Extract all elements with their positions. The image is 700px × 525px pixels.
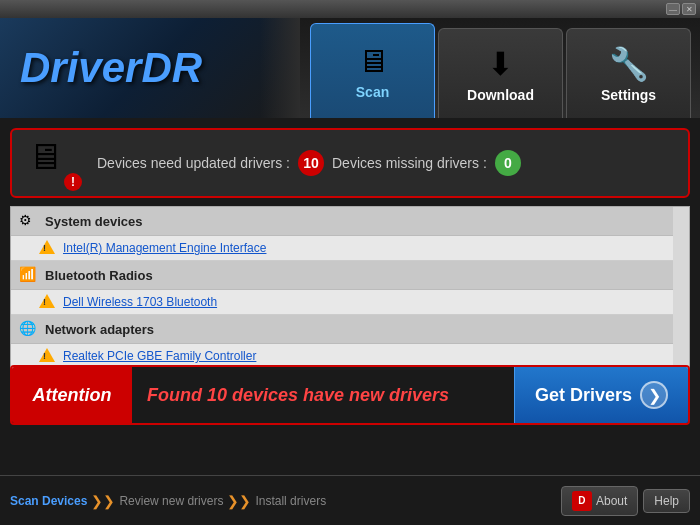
breadcrumb-step2[interactable]: Review new drivers [119, 494, 223, 508]
updated-label: Devices need updated drivers : [97, 155, 290, 171]
header: DriverDR 🖥 Scan ⬇ Download 🔧 Settings [0, 18, 700, 118]
attention-label: Attention [12, 367, 132, 423]
status-icon-area: 🖥 ! [27, 136, 82, 191]
breadcrumb-arrow1: ❯❯ [91, 493, 115, 509]
footer-logo-icon: D [572, 491, 592, 511]
network-label: Network adapters [45, 322, 154, 337]
list-item[interactable]: Intel(R) Management Engine Interface [11, 236, 673, 261]
breadcrumb-arrow2: ❯❯ [227, 493, 251, 509]
help-button[interactable]: Help [643, 489, 690, 513]
warning-icon [39, 348, 55, 364]
tab-settings-label: Settings [601, 87, 656, 103]
title-bar: — ✕ [0, 0, 700, 18]
close-button[interactable]: ✕ [682, 3, 696, 15]
bluetooth-icon: 📶 [19, 266, 37, 284]
help-label: Help [654, 494, 679, 508]
logo-accent: DR [141, 44, 202, 91]
logo-area: DriverDR [0, 18, 300, 118]
footer-right: D About Help [561, 486, 690, 516]
network-icon: 🌐 [19, 320, 37, 338]
system-label: System devices [45, 214, 143, 229]
attention-message: Found 10 devices have new drivers [132, 367, 514, 423]
scan-icon: 🖥 [357, 43, 389, 80]
breadcrumb-step3[interactable]: Install drivers [255, 494, 326, 508]
logo: DriverDR [20, 44, 202, 92]
status-bar: 🖥 ! Devices need updated drivers : 10 De… [10, 128, 690, 198]
system-icon: ⚙ [19, 212, 37, 230]
get-drivers-label: Get Drivers [535, 385, 632, 406]
about-label: About [596, 494, 627, 508]
category-network: 🌐 Network adapters [11, 315, 673, 344]
download-icon: ⬇ [487, 45, 514, 83]
attention-bar: Attention Found 10 devices have new driv… [10, 365, 690, 425]
footer: Scan Devices ❯❯ Review new drivers ❯❯ In… [0, 475, 700, 525]
status-text: Devices need updated drivers : 10 Device… [97, 150, 521, 176]
get-drivers-button[interactable]: Get Drivers ❯ [514, 367, 688, 423]
about-button[interactable]: D About [561, 486, 638, 516]
alert-badge: ! [64, 173, 82, 191]
minimize-button[interactable]: — [666, 3, 680, 15]
device-name[interactable]: Realtek PCIe GBE Family Controller [63, 349, 256, 363]
category-system: ⚙ System devices [11, 207, 673, 236]
logo-main: Driver [20, 44, 141, 91]
list-item[interactable]: Dell Wireless 1703 Bluetooth [11, 290, 673, 315]
monitor-icon: 🖥 [27, 136, 82, 178]
settings-icon: 🔧 [609, 45, 649, 83]
breadcrumb: Scan Devices ❯❯ Review new drivers ❯❯ In… [10, 493, 326, 509]
updated-count-badge: 10 [298, 150, 324, 176]
breadcrumb-step1[interactable]: Scan Devices [10, 494, 87, 508]
tab-scan[interactable]: 🖥 Scan [310, 23, 435, 118]
device-name[interactable]: Dell Wireless 1703 Bluetooth [63, 295, 217, 309]
category-bluetooth: 📶 Bluetooth Radios [11, 261, 673, 290]
warning-icon [39, 240, 55, 256]
device-name[interactable]: Intel(R) Management Engine Interface [63, 241, 266, 255]
tab-download-label: Download [467, 87, 534, 103]
tab-scan-label: Scan [356, 84, 389, 100]
arrow-icon: ❯ [640, 381, 668, 409]
main-content: 🖥 ! Devices need updated drivers : 10 De… [0, 118, 700, 475]
nav-tabs: 🖥 Scan ⬇ Download 🔧 Settings [310, 18, 694, 118]
warning-icon [39, 294, 55, 310]
missing-count-badge: 0 [495, 150, 521, 176]
missing-label: Devices missing drivers : [332, 155, 487, 171]
tab-settings[interactable]: 🔧 Settings [566, 28, 691, 118]
tab-download[interactable]: ⬇ Download [438, 28, 563, 118]
bluetooth-label: Bluetooth Radios [45, 268, 153, 283]
